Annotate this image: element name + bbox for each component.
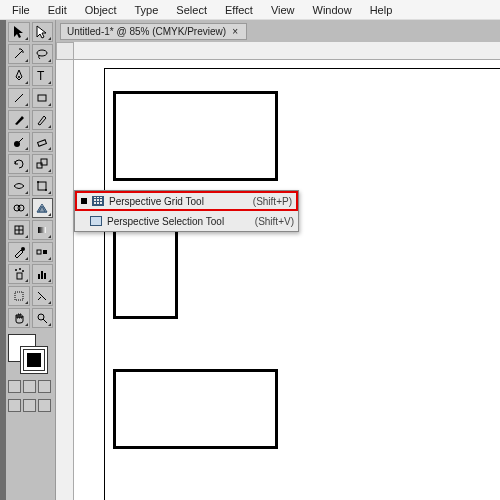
svg-rect-28 — [15, 292, 23, 300]
menu-select[interactable]: Select — [168, 2, 215, 18]
svg-point-22 — [15, 269, 17, 271]
rectangle-shape[interactable] — [113, 91, 278, 181]
type-tool[interactable]: T — [32, 66, 54, 86]
menu-object[interactable]: Object — [77, 2, 125, 18]
document-area: Untitled-1* @ 85% (CMYK/Preview) × Persp… — [56, 20, 500, 500]
tools-panel: T — [6, 20, 56, 500]
draw-mode-icon[interactable] — [8, 399, 21, 412]
document-tab[interactable]: Untitled-1* @ 85% (CMYK/Preview) × — [60, 23, 247, 40]
flyout-item-label: Perspective Selection Tool — [107, 216, 251, 227]
svg-rect-9 — [38, 182, 46, 190]
svg-point-18 — [21, 247, 25, 251]
width-tool[interactable] — [8, 176, 30, 196]
color-mode-row — [8, 380, 53, 393]
svg-rect-19 — [37, 250, 41, 254]
zoom-tool[interactable] — [32, 308, 54, 328]
document-tab-title: Untitled-1* @ 85% (CMYK/Preview) — [67, 26, 226, 37]
scale-tool[interactable] — [32, 154, 54, 174]
flyout-item-shortcut: (Shift+P) — [253, 196, 292, 207]
svg-point-24 — [22, 270, 24, 272]
eraser-tool[interactable] — [32, 132, 54, 152]
magic-wand-tool[interactable] — [8, 44, 30, 64]
flyout-item-perspective-grid[interactable]: Perspective Grid Tool (Shift+P) — [75, 191, 298, 211]
svg-rect-17 — [38, 227, 46, 233]
close-tab-icon[interactable]: × — [230, 26, 240, 37]
flyout-item-shortcut: (Shift+V) — [255, 216, 294, 227]
menu-view[interactable]: View — [263, 2, 303, 18]
menu-type[interactable]: Type — [127, 2, 167, 18]
perspective-selection-icon — [89, 214, 103, 228]
menu-bar: File Edit Object Type Select Effect View… — [0, 0, 500, 20]
active-indicator-icon — [81, 198, 87, 204]
selection-tool[interactable] — [8, 22, 30, 42]
rotate-tool[interactable] — [8, 154, 30, 174]
tool-flyout-menu: Perspective Grid Tool (Shift+P) Perspect… — [74, 190, 299, 232]
rectangle-tool[interactable] — [32, 88, 54, 108]
menu-effect[interactable]: Effect — [217, 2, 261, 18]
document-tab-bar: Untitled-1* @ 85% (CMYK/Preview) × — [56, 20, 500, 42]
artboard-tool[interactable] — [8, 286, 30, 306]
pencil-tool[interactable] — [32, 110, 54, 130]
menu-window[interactable]: Window — [305, 2, 360, 18]
eyedropper-tool[interactable] — [8, 242, 30, 262]
svg-rect-6 — [38, 140, 47, 146]
svg-text:T: T — [37, 69, 45, 83]
color-mode-icon[interactable] — [8, 380, 21, 393]
lasso-tool[interactable] — [32, 44, 54, 64]
column-graph-tool[interactable] — [32, 264, 54, 284]
line-tool[interactable] — [8, 88, 30, 108]
perspective-grid-tool[interactable] — [32, 198, 54, 218]
gradient-mode-icon[interactable] — [23, 380, 36, 393]
slice-tool[interactable] — [32, 286, 54, 306]
svg-rect-4 — [38, 95, 46, 101]
flyout-item-perspective-selection[interactable]: Perspective Selection Tool (Shift+V) — [75, 211, 298, 231]
flyout-item-label: Perspective Grid Tool — [109, 196, 249, 207]
artboard — [104, 68, 500, 500]
stroke-color-icon[interactable] — [20, 346, 48, 374]
svg-line-30 — [43, 319, 47, 323]
symbol-sprayer-tool[interactable] — [8, 264, 30, 284]
svg-point-23 — [19, 268, 21, 270]
svg-point-13 — [18, 205, 24, 211]
screen-mode-row — [8, 399, 53, 412]
change-screen-icon[interactable] — [38, 399, 51, 412]
svg-rect-25 — [38, 274, 40, 279]
svg-point-10 — [37, 181, 39, 183]
svg-point-1 — [18, 76, 20, 78]
ruler-horizontal[interactable] — [74, 42, 500, 60]
perspective-grid-icon — [91, 194, 105, 208]
svg-rect-27 — [44, 273, 46, 279]
gradient-tool[interactable] — [32, 220, 54, 240]
paintbrush-tool[interactable] — [8, 110, 30, 130]
blob-brush-tool[interactable] — [8, 132, 30, 152]
menu-file[interactable]: File — [4, 2, 38, 18]
shape-builder-tool[interactable] — [8, 198, 30, 218]
fill-stroke-swatch[interactable] — [8, 334, 52, 374]
hand-tool[interactable] — [8, 308, 30, 328]
ruler-corner — [56, 42, 74, 60]
menu-edit[interactable]: Edit — [40, 2, 75, 18]
rectangle-shape[interactable] — [113, 369, 278, 449]
svg-rect-21 — [17, 273, 22, 279]
pen-tool[interactable] — [8, 66, 30, 86]
menu-help[interactable]: Help — [362, 2, 401, 18]
ruler-vertical[interactable] — [56, 60, 74, 500]
screen-mode-icon[interactable] — [23, 399, 36, 412]
blend-tool[interactable] — [32, 242, 54, 262]
free-transform-tool[interactable] — [32, 176, 54, 196]
svg-line-3 — [15, 94, 23, 102]
svg-rect-26 — [41, 271, 43, 279]
mesh-tool[interactable] — [8, 220, 30, 240]
svg-rect-20 — [43, 250, 47, 254]
none-mode-icon[interactable] — [38, 380, 51, 393]
direct-selection-tool[interactable] — [32, 22, 54, 42]
rectangle-shape[interactable] — [113, 229, 178, 319]
svg-point-11 — [45, 189, 47, 191]
canvas[interactable]: Perspective Grid Tool (Shift+P) Perspect… — [74, 60, 500, 500]
